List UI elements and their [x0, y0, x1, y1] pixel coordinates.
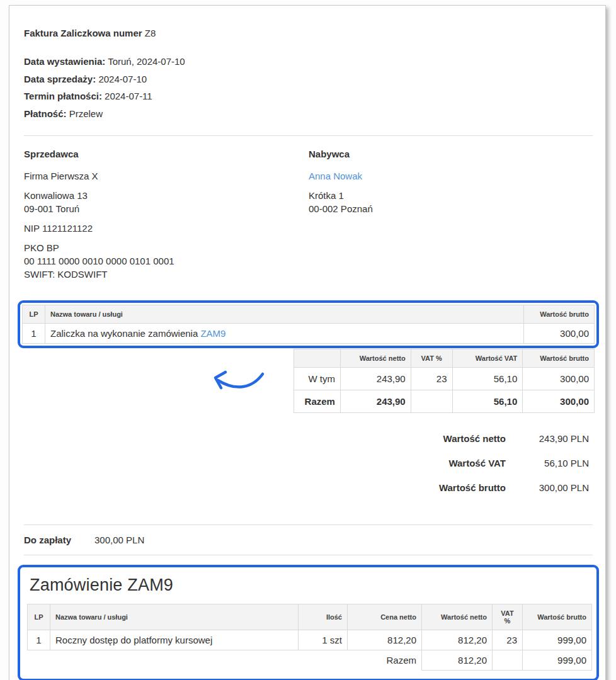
col-header-vat-rate: VAT %	[411, 349, 452, 368]
total-gross-value: 300,00 PLN	[506, 482, 589, 493]
parties-section: Sprzedawca Firma Pierwsza X Konwaliowa 1…	[24, 147, 593, 281]
table-row: 1 Zaliczka na wykonanie zamówienia ZAM9 …	[23, 324, 595, 344]
seller-heading: Sprzedawca	[24, 149, 309, 159]
vat-summary-header-row: Wartość netto VAT % Wartość VAT Wartość …	[294, 349, 595, 368]
vat-total-row: Razem 243,90 56,10 300,00	[294, 390, 595, 413]
cell-unit-net: 812,20	[348, 630, 422, 650]
total-gross-label: Wartość brutto	[377, 482, 506, 493]
seller-bank-account: 00 1111 0000 0010 0000 0101 0001	[24, 256, 174, 266]
order-total-row: Razem 812,20 999,00	[28, 650, 592, 671]
page-title: Faktura Zaliczkowa numer Z8	[24, 28, 593, 38]
order-total-label: Razem	[28, 650, 422, 671]
vat-summary-table: Wartość netto VAT % Wartość VAT Wartość …	[294, 349, 595, 413]
cell-vat: 56,10	[452, 368, 523, 390]
seller-bank-name: PKO BP	[24, 242, 59, 253]
cell-item-name: Roczny dostęp do platformy kursowej	[50, 630, 299, 650]
cell-lp: 1	[28, 630, 50, 650]
cell-label: W tym	[294, 368, 341, 390]
sale-date-value: 2024-07-10	[98, 74, 147, 84]
total-vat-value: 56,10 PLN	[506, 458, 589, 468]
buyer-address: Krótka 100-002 Poznań	[309, 189, 593, 215]
sale-date-label: Data sprzedaży:	[24, 74, 96, 84]
payment-due-value: 300,00 PLN	[94, 535, 144, 545]
cell-net: 243,90	[340, 390, 411, 413]
seller-block: Sprzedawca Firma Pierwsza X Konwaliowa 1…	[24, 147, 309, 281]
col-header-qty: Ilość	[299, 604, 348, 630]
cell-gross: 300,00	[523, 390, 595, 413]
buyer-name-link[interactable]: Anna Nowak	[309, 171, 362, 181]
divider	[24, 135, 593, 136]
cell-lp: 1	[23, 324, 45, 344]
col-header-name: Nazwa towaru / usługi	[50, 604, 299, 630]
seller-nip: NIP 1121121122	[24, 222, 309, 235]
annotation-arrow	[208, 370, 265, 396]
curved-arrow-icon	[208, 370, 265, 396]
cell-label: Razem	[294, 390, 341, 413]
invoice-title-label: Faktura Zaliczkowa numer	[24, 28, 142, 38]
total-vat-label: Wartość VAT	[377, 458, 506, 468]
col-header-vat: Wartość VAT	[452, 349, 523, 368]
payment-due-bar: Do zapłaty 300,00 PLN	[24, 524, 593, 555]
issue-date-value: Toruń, 2024-07-10	[108, 56, 185, 67]
vat-breakdown-row: W tym 243,90 23 56,10 300,00	[294, 368, 595, 390]
cell-gross: 300,00	[524, 324, 595, 344]
cell-item-name: Zaliczka na wykonanie zamówienia ZAM9	[45, 324, 524, 344]
payment-deadline-value: 2024-07-11	[105, 91, 152, 101]
order-link[interactable]: ZAM9	[200, 328, 225, 339]
cell-qty: 1 szt	[299, 630, 348, 650]
order-table: LP Nazwa towaru / usługi Ilość Cena nett…	[27, 604, 592, 671]
sale-date-row: Data sprzedaży: 2024-07-10	[24, 71, 593, 88]
cell-net: 812,20	[422, 630, 493, 650]
totals-section: Wartość netto 243,90 PLN Wartość VAT 56,…	[377, 426, 589, 500]
invoice-number: Z8	[145, 28, 156, 38]
col-header-empty	[294, 349, 341, 368]
seller-address-line2: 09-001 Toruń	[24, 203, 79, 214]
col-header-gross: Wartość brutto	[523, 604, 592, 630]
payment-deadline-row: Termin płatności: 2024-07-11	[24, 88, 593, 105]
col-header-lp: LP	[23, 305, 45, 324]
payment-due-label: Do zapłaty	[24, 535, 94, 545]
table-row: 1 Roczny dostęp do platformy kursowej 1 …	[28, 630, 592, 650]
buyer-address-line1: Krótka 1	[309, 190, 344, 201]
issue-date-label: Data wystawienia:	[24, 56, 105, 67]
cell-vat-rate: 23	[493, 630, 523, 650]
total-vat-row: Wartość VAT 56,10 PLN	[377, 451, 589, 475]
buyer-block: Nabywca Anna Nowak Krótka 100-002 Poznań	[309, 147, 593, 281]
col-header-net: Wartość netto	[422, 604, 493, 630]
invoice-items-header-row: LP Nazwa towaru / usługi Wartość brutto	[23, 305, 595, 324]
col-header-net: Wartość netto	[340, 349, 411, 368]
invoice-items-highlight-box: LP Nazwa towaru / usługi Wartość brutto …	[18, 300, 599, 348]
col-header-name: Nazwa towaru / usługi	[45, 305, 524, 324]
order-total-net: 812,20	[422, 650, 493, 671]
seller-address-line1: Konwaliowa 13	[24, 190, 88, 201]
cell-gross: 300,00	[523, 368, 595, 390]
order-title: Zamówienie ZAM9	[30, 575, 592, 595]
payment-method-value: Przelew	[69, 108, 103, 119]
cell-vat: 56,10	[452, 390, 523, 413]
total-net-row: Wartość netto 243,90 PLN	[377, 426, 589, 451]
col-header-gross: Wartość brutto	[523, 349, 595, 368]
total-net-label: Wartość netto	[377, 433, 506, 444]
invoice-document: Faktura Zaliczkowa numer Z8 Data wystawi…	[9, 5, 606, 680]
cell-net: 243,90	[340, 368, 411, 390]
seller-address: Konwaliowa 1309-001 Toruń	[24, 189, 309, 215]
col-header-vat-rate: VAT %	[493, 604, 523, 630]
cell-gross: 999,00	[523, 630, 592, 650]
buyer-heading: Nabywca	[309, 149, 593, 159]
payment-method-row: Płatność: Przelew	[24, 105, 593, 123]
invoice-meta: Data wystawienia: Toruń, 2024-07-10 Data…	[24, 53, 593, 122]
seller-bank-block: PKO BP00 1111 0000 0010 0000 0101 0001SW…	[24, 241, 309, 281]
vat-summary-section: Wartość netto VAT % Wartość VAT Wartość …	[294, 349, 595, 413]
order-header-row: LP Nazwa towaru / usługi Ilość Cena nett…	[28, 604, 592, 630]
order-total-vat-rate	[493, 650, 523, 671]
payment-deadline-label: Termin płatności:	[24, 91, 102, 101]
total-gross-row: Wartość brutto 300,00 PLN	[377, 475, 589, 500]
seller-swift: SWIFT: KODSWIFT	[24, 269, 108, 280]
col-header-gross: Wartość brutto	[524, 305, 595, 324]
order-total-gross: 999,00	[523, 650, 592, 671]
invoice-items-table: LP Nazwa towaru / usługi Wartość brutto …	[22, 305, 595, 344]
item-name-text: Zaliczka na wykonanie zamówienia	[50, 328, 200, 339]
buyer-address-line2: 00-002 Poznań	[309, 203, 373, 214]
issue-date-row: Data wystawienia: Toruń, 2024-07-10	[24, 53, 593, 71]
col-header-unit-net: Cena netto	[348, 604, 422, 630]
